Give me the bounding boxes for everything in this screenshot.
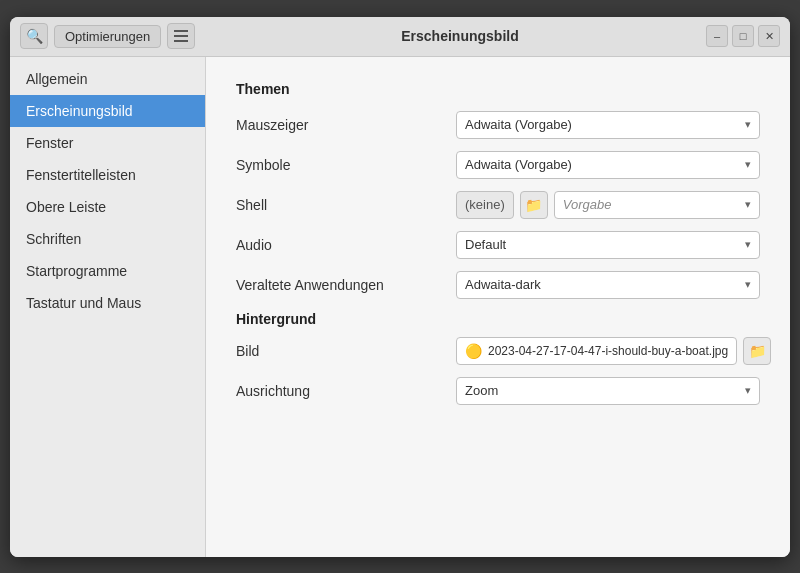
mauszeiger-dropdown-arrow: ▾	[745, 118, 751, 131]
ausrichtung-value: Zoom	[465, 383, 498, 398]
bild-control: 🟡 2023-04-27-17-04-47-i-should-buy-a-boa…	[456, 337, 771, 365]
bild-filename: 2023-04-27-17-04-47-i-should-buy-a-boat.…	[488, 344, 728, 358]
optimierungen-button[interactable]: Optimierungen	[54, 25, 161, 48]
symbole-dropdown[interactable]: Adwaita (Vorgabe) ▾	[456, 151, 760, 179]
mauszeiger-row: Mauszeiger Adwaita (Vorgabe) ▾	[236, 111, 760, 139]
hintergrund-section-title: Hintergrund	[236, 311, 760, 327]
hamburger-icon-line	[174, 35, 188, 37]
veraltete-dropdown-arrow: ▾	[745, 278, 751, 291]
veraltete-control: Adwaita-dark ▾	[456, 271, 760, 299]
audio-label: Audio	[236, 237, 456, 253]
shell-none-badge[interactable]: (keine)	[456, 191, 514, 219]
titlebar-left: 🔍 Optimierungen	[20, 23, 220, 49]
search-icon: 🔍	[26, 28, 43, 44]
veraltete-dropdown[interactable]: Adwaita-dark ▾	[456, 271, 760, 299]
ausrichtung-dropdown-arrow: ▾	[745, 384, 751, 397]
mauszeiger-value: Adwaita (Vorgabe)	[465, 117, 572, 132]
audio-control: Default ▾	[456, 231, 760, 259]
ausrichtung-dropdown[interactable]: Zoom ▾	[456, 377, 760, 405]
symbole-control: Adwaita (Vorgabe) ▾	[456, 151, 760, 179]
hamburger-icon	[174, 30, 188, 32]
hamburger-icon-line2	[174, 40, 188, 42]
content: Allgemein Erscheinungsbild Fenster Fenst…	[10, 57, 790, 557]
ausrichtung-label: Ausrichtung	[236, 383, 456, 399]
veraltete-row: Veraltete Anwendungen Adwaita-dark ▾	[236, 271, 760, 299]
folder-icon: 📁	[525, 197, 542, 213]
shell-row: Shell (keine) 📁 Vorgabe ▾	[236, 191, 760, 219]
audio-value: Default	[465, 237, 506, 252]
veraltete-value: Adwaita-dark	[465, 277, 541, 292]
symbole-value: Adwaita (Vorgabe)	[465, 157, 572, 172]
mauszeiger-control: Adwaita (Vorgabe) ▾	[456, 111, 760, 139]
shell-dropdown[interactable]: Vorgabe ▾	[554, 191, 760, 219]
sidebar-item-erscheinungsbild[interactable]: Erscheinungsbild	[10, 95, 205, 127]
shell-label: Shell	[236, 197, 456, 213]
sidebar-item-fenster[interactable]: Fenster	[10, 127, 205, 159]
bild-folder-icon: 📁	[749, 343, 766, 359]
mauszeiger-label: Mauszeiger	[236, 117, 456, 133]
bild-file-icon: 🟡	[465, 343, 482, 359]
sidebar-item-obere-leiste[interactable]: Obere Leiste	[10, 191, 205, 223]
menu-button[interactable]	[167, 23, 195, 49]
sidebar-item-startprogramme[interactable]: Startprogramme	[10, 255, 205, 287]
symbole-dropdown-arrow: ▾	[745, 158, 751, 171]
bild-folder-button[interactable]: 📁	[743, 337, 771, 365]
sidebar-item-allgemein[interactable]: Allgemein	[10, 63, 205, 95]
sidebar-item-fenstertitelleisten[interactable]: Fenstertitelleisten	[10, 159, 205, 191]
minimize-button[interactable]: –	[706, 25, 728, 47]
audio-row: Audio Default ▾	[236, 231, 760, 259]
window-title: Erscheinungsbild	[220, 28, 700, 44]
sidebar-item-tastatur-und-maus[interactable]: Tastatur und Maus	[10, 287, 205, 319]
bild-row: Bild 🟡 2023-04-27-17-04-47-i-should-buy-…	[236, 337, 760, 365]
veraltete-label: Veraltete Anwendungen	[236, 277, 456, 293]
window: 🔍 Optimierungen Erscheinungsbild – □ ✕ A…	[10, 17, 790, 557]
search-button[interactable]: 🔍	[20, 23, 48, 49]
ausrichtung-control: Zoom ▾	[456, 377, 760, 405]
bild-label: Bild	[236, 343, 456, 359]
audio-dropdown-arrow: ▾	[745, 238, 751, 251]
shell-value: Vorgabe	[563, 197, 612, 212]
titlebar: 🔍 Optimierungen Erscheinungsbild – □ ✕	[10, 17, 790, 57]
symbole-label: Symbole	[236, 157, 456, 173]
close-button[interactable]: ✕	[758, 25, 780, 47]
bild-value-display: 🟡 2023-04-27-17-04-47-i-should-buy-a-boa…	[456, 337, 737, 365]
shell-folder-button[interactable]: 📁	[520, 191, 548, 219]
sidebar-item-schriften[interactable]: Schriften	[10, 223, 205, 255]
window-controls: – □ ✕	[700, 25, 780, 47]
maximize-button[interactable]: □	[732, 25, 754, 47]
ausrichtung-row: Ausrichtung Zoom ▾	[236, 377, 760, 405]
audio-dropdown[interactable]: Default ▾	[456, 231, 760, 259]
sidebar: Allgemein Erscheinungsbild Fenster Fenst…	[10, 57, 206, 557]
shell-control: (keine) 📁 Vorgabe ▾	[456, 191, 760, 219]
mauszeiger-dropdown[interactable]: Adwaita (Vorgabe) ▾	[456, 111, 760, 139]
symbole-row: Symbole Adwaita (Vorgabe) ▾	[236, 151, 760, 179]
main-panel: Themen Mauszeiger Adwaita (Vorgabe) ▾ Sy…	[206, 57, 790, 557]
themen-section-title: Themen	[236, 81, 760, 97]
shell-dropdown-arrow: ▾	[745, 198, 751, 211]
